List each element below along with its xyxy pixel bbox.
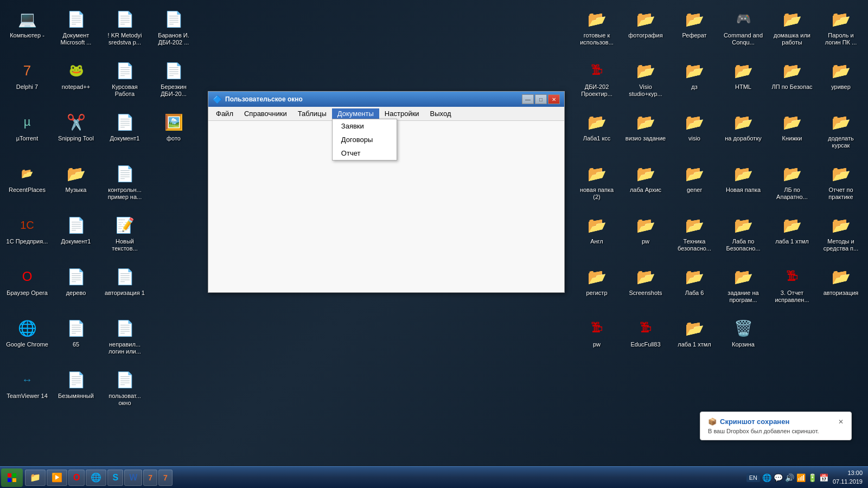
menu-nastroyki[interactable]: Настройки bbox=[379, 108, 425, 119]
icon-laba1-kss[interactable]: 📂 Лаба1 кcc bbox=[575, 108, 618, 157]
icon-zadanie-prog[interactable]: 📂 задание на програм... bbox=[722, 263, 765, 312]
icon-chrome[interactable]: 🌐 Google Chrome bbox=[5, 314, 49, 363]
icon-gotovye[interactable]: 📂 готовые к использов... bbox=[575, 5, 618, 54]
icon-derevo[interactable]: 📄 дерево bbox=[54, 263, 98, 312]
clock-date: 07.11.2019 bbox=[833, 478, 863, 486]
icon-kr-metodyi[interactable]: 📄 ! KR Metodyi sredstva p... bbox=[103, 5, 146, 54]
icon-knizhki[interactable]: 📂 Книжки bbox=[770, 108, 814, 157]
icon-otchet-ispravlen[interactable]: 🗜 3. Отчет исправлен... bbox=[770, 263, 814, 312]
icon-delphi7[interactable]: 7 Delphi 7 bbox=[5, 57, 49, 106]
notification-close-button[interactable]: ✕ bbox=[838, 418, 844, 426]
icon-lp-bezopas[interactable]: 📂 ЛП по Безопас bbox=[770, 57, 814, 106]
icon-otchet-praktike[interactable]: 📂 Отчет по практике bbox=[819, 160, 863, 209]
notification-title: 📦 Скриншот сохранен bbox=[708, 418, 789, 426]
icon-utorrent[interactable]: µ µTorrent bbox=[5, 108, 49, 157]
window-controls: — □ ✕ bbox=[522, 94, 560, 104]
icon-avtorizatsiya-r[interactable]: 📂 авторизация bbox=[819, 263, 863, 312]
icon-snipping[interactable]: ✂️ Snipping Tool bbox=[54, 108, 98, 157]
icon-nepravil[interactable]: 📄 неправил... логин или... bbox=[103, 314, 146, 363]
window-titlebar[interactable]: 🔷 Пользовательское окно — □ ✕ bbox=[208, 92, 564, 107]
icon-dbi202[interactable]: 🗜 ДБИ-202 Проектир... bbox=[575, 57, 618, 106]
icon-uriver[interactable]: 📂 уривер bbox=[819, 57, 863, 106]
icon-lb-aparat[interactable]: 📂 ЛБ по Апаратно... bbox=[770, 160, 814, 209]
icon-na-dorabotku[interactable]: 📂 на доработку bbox=[722, 108, 765, 157]
dropdown-zayavki[interactable]: Заявки bbox=[333, 119, 397, 133]
menu-tablitsy[interactable]: Таблицы bbox=[292, 108, 332, 119]
icon-dz[interactable]: 📂 дз bbox=[673, 57, 716, 106]
icon-computer[interactable]: 💻 Компьютер - bbox=[5, 5, 49, 54]
icon-laba6[interactable]: 📂 Лаба 6 bbox=[673, 263, 716, 312]
icon-novaya-papka[interactable]: 📂 Новая папка bbox=[722, 160, 765, 209]
icon-novyy-tekst[interactable]: 📝 Новый текстов... bbox=[103, 211, 146, 260]
icon-polzovat[interactable]: 📄 пользоват... окно bbox=[103, 366, 146, 415]
icon-angl[interactable]: 📂 Англ bbox=[575, 211, 618, 260]
icon-tekhnika-bezopas[interactable]: 📂 Техника безопасно... bbox=[673, 211, 716, 260]
taskbar-skype[interactable]: S bbox=[107, 470, 123, 486]
taskbar-seven1[interactable]: 7 bbox=[143, 470, 157, 486]
notification-body: В ваш Dropbox был добавлен скриншот. bbox=[708, 428, 844, 434]
taskbar-chrome[interactable]: 🌐 bbox=[86, 470, 106, 486]
icon-laba-arkhis[interactable]: 📂 лаба Архис bbox=[624, 160, 667, 209]
icon-html[interactable]: 📂 HTML bbox=[722, 57, 765, 106]
icon-berezkin[interactable]: 📄 Березкин ДБИ-20... bbox=[152, 57, 195, 106]
icon-laba-bezopas[interactable]: 📂 Лаба по Безопасно... bbox=[722, 211, 765, 260]
icon-pw2[interactable]: 🗜 pw bbox=[575, 314, 618, 363]
svg-rect-3 bbox=[12, 478, 16, 482]
media-icon: ▶️ bbox=[52, 472, 62, 483]
taskbar-seven2[interactable]: 7 bbox=[158, 470, 173, 486]
dropdown-otchet[interactable]: Отчет bbox=[333, 146, 397, 160]
icon-document1-2[interactable]: 📄 Документ1 bbox=[54, 211, 98, 260]
taskbar-media[interactable]: ▶️ bbox=[47, 470, 67, 486]
icon-korzina[interactable]: 🗑️ Корзина bbox=[722, 314, 765, 363]
icon-bezymyanny[interactable]: 📄 Безымянный bbox=[54, 366, 98, 415]
icon-fotografiya[interactable]: 📂 фотография bbox=[624, 5, 667, 54]
icon-1c[interactable]: 1С 1С Предприя... bbox=[5, 211, 49, 260]
icon-65[interactable]: 📄 65 bbox=[54, 314, 98, 363]
icon-kursovaya[interactable]: 📄 Курсовая Работа bbox=[103, 57, 146, 106]
icon-registr[interactable]: 📂 регистр bbox=[575, 263, 618, 312]
icon-empty3 bbox=[152, 263, 195, 312]
dropdown-dogovory[interactable]: Договоры bbox=[333, 133, 397, 146]
start-button[interactable] bbox=[1, 468, 23, 487]
icon-visio[interactable]: 📂 visio bbox=[673, 108, 716, 157]
menu-vykhod[interactable]: Выход bbox=[425, 108, 457, 119]
icon-educfull83[interactable]: 🗜 EducFull83 bbox=[624, 314, 667, 363]
icon-dodelat-kursac[interactable]: 📂 доделать курсак bbox=[819, 108, 863, 157]
icon-screenshots[interactable]: 📂 Screenshots bbox=[624, 263, 667, 312]
minimize-button[interactable]: — bbox=[522, 94, 534, 104]
icon-muzyka[interactable]: 📂 Музыка bbox=[54, 160, 98, 209]
icon-teamviewer[interactable]: ↔ TeamViewer 14 bbox=[5, 366, 49, 415]
menu-fayl[interactable]: Файл bbox=[210, 108, 239, 119]
tray-calendar-icon: 📅 bbox=[819, 473, 828, 482]
icon-gener[interactable]: 📂 gener bbox=[673, 160, 716, 209]
icon-parol[interactable]: 📂 Пароль и логин ПК ... bbox=[819, 5, 863, 54]
icon-pw[interactable]: 📂 pw bbox=[624, 211, 667, 260]
menu-spravochniki[interactable]: Справочники bbox=[239, 108, 292, 119]
icon-kontrolnaya[interactable]: 📄 контрольн... пример на... bbox=[103, 160, 146, 209]
icon-laba1-html[interactable]: 📂 лаба 1 хтмл bbox=[770, 211, 814, 260]
icon-opera[interactable]: O Браузер Opera bbox=[5, 263, 49, 312]
icon-recentplaces[interactable]: 📂 RecentPlaces bbox=[5, 160, 49, 209]
icon-visio-studio[interactable]: 📂 Visio studio+кур... bbox=[624, 57, 667, 106]
icon-laba1-html2[interactable]: 📂 лаба 1 хтмл bbox=[673, 314, 716, 363]
icon-document1[interactable]: 📄 Документ1 bbox=[103, 108, 146, 157]
opera-icon: O bbox=[73, 473, 80, 483]
icon-referat[interactable]: 📂 Реферат bbox=[673, 5, 716, 54]
taskbar-opera[interactable]: O bbox=[68, 470, 85, 486]
icon-doc-microsoft[interactable]: 📄 Документ Microsoft ... bbox=[54, 5, 98, 54]
icon-novaya-papka-2[interactable]: 📂 новая папка (2) bbox=[575, 160, 618, 209]
close-button[interactable]: ✕ bbox=[548, 94, 560, 104]
maximize-button[interactable]: □ bbox=[535, 94, 547, 104]
icon-metody-sredstva[interactable]: 📂 Методы и средства п... bbox=[819, 211, 863, 260]
icon-baranov[interactable]: 📄 Баранов И. ДБИ-202 ... bbox=[152, 5, 195, 54]
icon-command-conq[interactable]: 🎮 Command and Conqu... bbox=[722, 5, 765, 54]
icon-notepad-pp[interactable]: 🐸 notepad++ bbox=[54, 57, 98, 106]
taskbar-explorer[interactable]: 📁 bbox=[25, 470, 46, 486]
taskbar-word[interactable]: W bbox=[124, 470, 142, 486]
icon-foto[interactable]: 🖼️ фото bbox=[152, 108, 195, 157]
icon-avtorizatsiya[interactable]: 📄 авторизация 1 bbox=[103, 263, 146, 312]
icon-vizio[interactable]: 📂 визио задание bbox=[624, 108, 667, 157]
icon-domashka[interactable]: 📂 домашка или работы bbox=[770, 5, 814, 54]
clock-area[interactable]: 13:00 07.11.2019 bbox=[833, 469, 863, 486]
menu-dokumenty[interactable]: Документы Заявки Договоры Отчет bbox=[332, 108, 379, 119]
